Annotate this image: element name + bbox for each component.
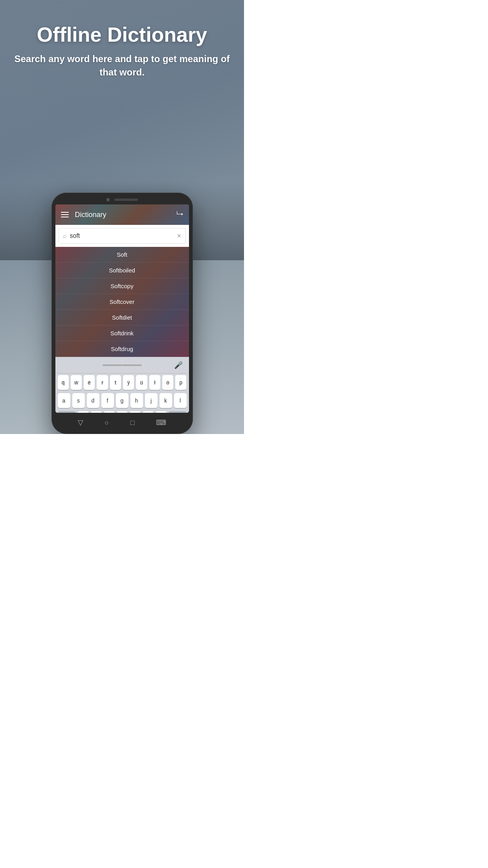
phone-mockup: Dictionary ⮡ ⌕ soft ✕ Soft Softboiled So… xyxy=(51,193,193,434)
app-toolbar: Dictionary ⮡ xyxy=(55,204,189,225)
key-v[interactable]: v xyxy=(117,411,128,413)
speaker-bar xyxy=(114,199,138,201)
keyboard-row-3: ⬆ z x c v b n m ⌫ xyxy=(55,410,189,413)
share-button[interactable]: ⮡ xyxy=(176,211,183,219)
cursor-handle-right[interactable] xyxy=(122,364,142,366)
phone-top-bar xyxy=(55,198,189,201)
backspace-key[interactable]: ⌫ xyxy=(169,411,187,413)
key-t[interactable]: 5t xyxy=(110,375,121,390)
keyboard-top-bar: 🎤 xyxy=(55,357,189,373)
key-j[interactable]: j xyxy=(145,393,158,408)
bottom-nav-bar: ▽ ○ □ ⌨ xyxy=(55,416,189,428)
key-g[interactable]: g xyxy=(116,393,128,408)
shift-key[interactable]: ⬆ xyxy=(58,411,76,413)
key-d[interactable]: d xyxy=(87,393,99,408)
search-input[interactable]: soft xyxy=(70,232,177,239)
cursor-handle-left[interactable] xyxy=(103,364,122,366)
keyboard-nav-button[interactable]: ⌨ xyxy=(156,418,166,427)
subtitle: Search any word here and tap to get mean… xyxy=(12,52,232,79)
key-z[interactable]: z xyxy=(78,411,89,413)
result-item[interactable]: Softboiled xyxy=(55,263,189,278)
key-o[interactable]: 9o xyxy=(162,375,173,390)
key-c[interactable]: c xyxy=(104,411,115,413)
title-section: Offline Dictionary Search any word here … xyxy=(0,24,244,79)
result-item[interactable]: Softdrink xyxy=(55,326,189,341)
result-item[interactable]: Softcover xyxy=(55,294,189,310)
camera-dot xyxy=(106,198,110,201)
key-m[interactable]: m xyxy=(156,411,167,413)
main-title: Offline Dictionary xyxy=(12,24,232,46)
result-item[interactable]: Softcopy xyxy=(55,278,189,294)
result-item[interactable]: Softdrug xyxy=(55,341,189,357)
back-nav-button[interactable]: ▽ xyxy=(78,418,83,427)
key-r[interactable]: 4r xyxy=(97,375,108,390)
phone-outer: Dictionary ⮡ ⌕ soft ✕ Soft Softboiled So… xyxy=(51,193,193,434)
home-nav-button[interactable]: ○ xyxy=(105,419,109,427)
menu-button[interactable] xyxy=(61,212,69,217)
search-bar[interactable]: ⌕ soft ✕ xyxy=(59,228,186,244)
key-b[interactable]: b xyxy=(130,411,141,413)
key-e[interactable]: 3e xyxy=(84,375,95,390)
key-a[interactable]: a xyxy=(58,393,70,408)
result-item[interactable]: Softdiet xyxy=(55,310,189,326)
keyboard-row-1: 1q 2w 3e 4r 5t 6y xyxy=(55,373,189,392)
keyboard-area: 🎤 1q 2w 3e 4r xyxy=(55,357,189,413)
key-q[interactable]: 1q xyxy=(58,375,69,390)
key-p[interactable]: 0p xyxy=(175,375,186,390)
keyboard-row-2: a s d f g h j k l xyxy=(55,392,189,410)
result-item[interactable]: Soft xyxy=(55,247,189,263)
toolbar-title: Dictionary xyxy=(75,211,176,219)
key-f[interactable]: f xyxy=(101,393,114,408)
key-k[interactable]: k xyxy=(160,393,172,408)
results-area: Soft Softboiled Softcopy Softcover Softd… xyxy=(55,247,189,357)
key-l[interactable]: l xyxy=(174,393,187,408)
mic-icon[interactable]: 🎤 xyxy=(174,361,183,370)
key-y[interactable]: 6y xyxy=(123,375,134,390)
key-s[interactable]: s xyxy=(72,393,85,408)
key-h[interactable]: h xyxy=(130,393,143,408)
key-x[interactable]: x xyxy=(91,411,102,413)
key-w[interactable]: 2w xyxy=(71,375,82,390)
search-icon: ⌕ xyxy=(63,232,67,239)
key-n[interactable]: n xyxy=(143,411,154,413)
key-u[interactable]: 7u xyxy=(136,375,147,390)
key-i[interactable]: 8i xyxy=(149,375,160,390)
clear-button[interactable]: ✕ xyxy=(177,233,182,239)
recents-nav-button[interactable]: □ xyxy=(130,419,135,427)
phone-screen: Dictionary ⮡ ⌕ soft ✕ Soft Softboiled So… xyxy=(55,204,189,413)
